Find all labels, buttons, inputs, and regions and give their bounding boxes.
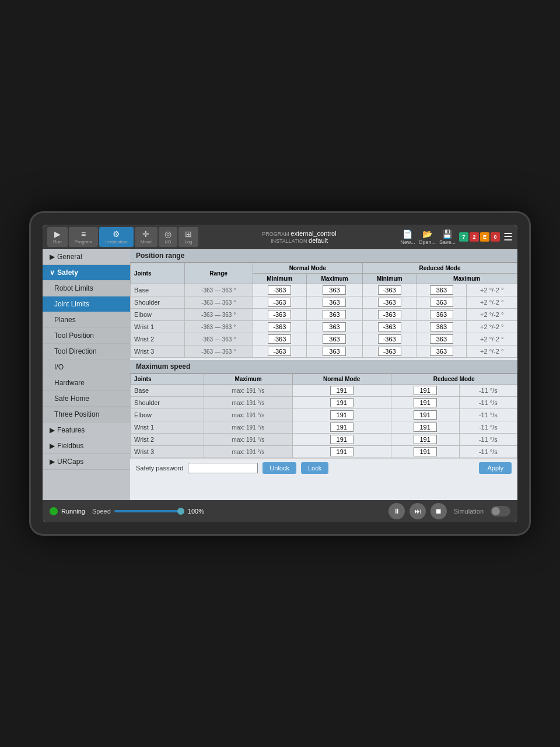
three-position-label: Three Position: [54, 410, 99, 418]
nm-max: 363: [306, 284, 362, 296]
nav-io[interactable]: ◎ I/O: [159, 227, 177, 247]
max-label: max: 191 °/s: [204, 434, 293, 446]
save-icon: 💾: [442, 229, 452, 239]
table-row: Base -363 — 363 ° -363 363 -363 363 +2 °…: [131, 284, 517, 296]
hamburger-button[interactable]: ☰: [503, 231, 513, 243]
nav-installation[interactable]: ⚙ Installation: [99, 227, 133, 247]
general-arrow: ▶: [50, 253, 55, 261]
safety-arrow: ∨: [50, 268, 55, 277]
col-nm-max: Maximum: [306, 274, 362, 284]
save-button[interactable]: 💾 Save...: [439, 229, 456, 245]
rm-suffix: +2 °/-2 °: [467, 345, 517, 358]
urcaps-arrow: ▶: [50, 458, 55, 466]
nav-run[interactable]: ▶ Run: [47, 227, 68, 247]
sidebar-item-safety[interactable]: ∨ Safety: [43, 265, 130, 281]
unlock-button[interactable]: Unlock: [262, 462, 296, 474]
hardware-label: Hardware: [54, 379, 85, 387]
sidebar-item-fieldbus[interactable]: ▶ Fieldbus: [43, 438, 130, 454]
rm-max: 363: [416, 284, 467, 296]
urcaps-label: URCaps: [57, 458, 83, 466]
sidebar-item-io[interactable]: I/O: [43, 359, 130, 375]
io-icon: ◎: [164, 229, 172, 239]
open-button[interactable]: 📂 Open...: [418, 229, 436, 245]
move-label: Move: [141, 239, 152, 245]
col-joints: Joints: [131, 263, 185, 284]
max-label: max: 191 °/s: [204, 421, 293, 434]
rm-min: -363: [362, 284, 416, 296]
speed-suffix: -11 °/s: [459, 446, 517, 458]
playback-controls: ⏸ ⏭ ⏹: [388, 503, 447, 519]
speed-control: Speed 100%: [92, 508, 382, 515]
rm-min: -363: [362, 309, 416, 321]
sidebar-item-hardware[interactable]: Hardware: [43, 375, 130, 391]
nav-log[interactable]: ⊞ Log: [178, 227, 198, 247]
password-input[interactable]: [188, 463, 258, 473]
nm-speed: 191: [292, 397, 391, 409]
sidebar-item-robot-limits[interactable]: Robot Limits: [43, 281, 130, 296]
planes-label: Planes: [54, 316, 76, 324]
sidebar-item-planes[interactable]: Planes: [43, 312, 130, 328]
sidebar-item-joint-limits[interactable]: Joint Limits: [43, 296, 130, 312]
tool-position-label: Tool Position: [54, 331, 94, 340]
lock-button[interactable]: Lock: [301, 462, 328, 474]
joint-name: Wrist 2: [131, 333, 185, 345]
joint-name: Wrist 3: [131, 446, 204, 458]
apply-button[interactable]: Apply: [479, 462, 512, 474]
rm-min: -363: [362, 333, 416, 345]
safe-home-label: Safe Home: [54, 395, 89, 403]
range-value: -363 — 363 °: [184, 321, 253, 333]
simulation-label: Simulation: [454, 508, 484, 515]
new-button[interactable]: 📄 New...: [400, 229, 415, 245]
position-range-title: Position range: [130, 249, 517, 263]
table-row: Wrist 2 max: 191 °/s 191 191 -11 °/s: [131, 434, 517, 446]
nm-speed: 191: [292, 446, 391, 458]
sidebar: ▶ General ∨ Safety Robot Limits Joint Li…: [43, 249, 130, 500]
table-row: Wrist 3 max: 191 °/s 191 191 -11 °/s: [131, 446, 517, 458]
nav-move[interactable]: ✛ Move: [135, 227, 158, 247]
rm-min: -363: [362, 321, 416, 333]
joint-name: Shoulder: [131, 296, 185, 309]
rm-max: 363: [416, 321, 467, 333]
move-icon: ✛: [142, 229, 149, 239]
program-icon: ≡: [81, 229, 86, 239]
sidebar-item-general[interactable]: ▶ General: [43, 249, 130, 265]
speed-label: Speed: [92, 508, 111, 515]
sidebar-item-tool-position[interactable]: Tool Position: [43, 328, 130, 344]
new-icon: 📄: [402, 229, 412, 239]
range-value: -363 — 363 °: [184, 284, 253, 296]
speed-suffix: -11 °/s: [459, 385, 517, 397]
rm-max: 363: [416, 333, 467, 345]
speed-pct: 100%: [188, 508, 204, 515]
stop-button[interactable]: ⏹: [430, 503, 447, 519]
nav-program[interactable]: ≡ Program: [69, 227, 99, 247]
col-normal-mode: Normal Mode: [253, 263, 362, 274]
joint-name: Elbow: [131, 309, 185, 321]
speed-slider[interactable]: [114, 510, 184, 512]
password-row: Safety password Unlock Lock Apply: [130, 458, 517, 477]
speed-thumb: [177, 508, 184, 515]
new-label: New...: [400, 239, 415, 245]
badge-2: 2: [470, 232, 479, 242]
sidebar-item-tool-direction[interactable]: Tool Direction: [43, 344, 130, 359]
col-reduced-mode-speed: Reduced Mode: [391, 374, 517, 385]
max-label: max: 191 °/s: [204, 409, 293, 421]
nm-speed: 191: [292, 409, 391, 421]
sidebar-item-features[interactable]: ▶ Features: [43, 423, 130, 438]
bottom-bar: Running Speed 100% ⏸ ⏭ ⏹ Simulation: [43, 500, 517, 522]
maximum-speed-table: Joints Maximum Normal Mode Reduced Mode …: [130, 374, 517, 458]
sidebar-item-three-position[interactable]: Three Position: [43, 407, 130, 423]
rm-min: -363: [362, 345, 416, 358]
simulation-toggle[interactable]: [491, 506, 510, 516]
joint-name: Wrist 1: [131, 321, 185, 333]
step-button[interactable]: ⏭: [410, 503, 426, 519]
installation-label: Installation: [105, 239, 127, 245]
pause-button[interactable]: ⏸: [388, 503, 405, 519]
sidebar-item-safe-home[interactable]: Safe Home: [43, 391, 130, 407]
col-rm-max: Maximum: [416, 274, 517, 284]
range-value: -363 — 363 °: [184, 333, 253, 345]
joint-limits-label: Joint Limits: [54, 300, 89, 308]
nm-max: 363: [306, 296, 362, 309]
sidebar-item-urcaps[interactable]: ▶ URCaps: [43, 454, 130, 470]
program-prefix: PROGRAM: [262, 231, 290, 237]
save-label: Save...: [439, 239, 456, 245]
